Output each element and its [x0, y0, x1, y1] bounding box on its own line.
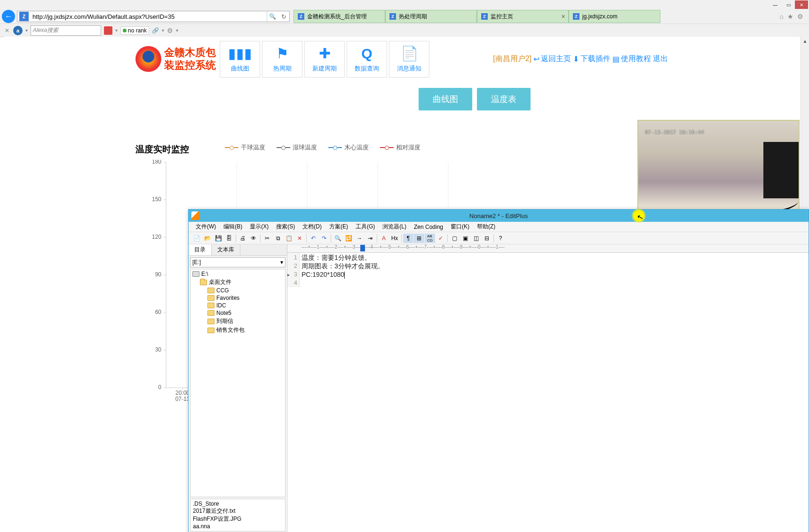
- menu-zen[interactable]: Zen Coding: [411, 223, 446, 231]
- copy-icon[interactable]: ⧉: [273, 234, 283, 243]
- maximize-button[interactable]: ▭: [782, 0, 795, 9]
- tree-item[interactable]: Note5: [191, 309, 284, 317]
- highlight-icon[interactable]: Hx: [389, 234, 400, 243]
- window3-icon[interactable]: ◫: [471, 234, 481, 243]
- print-icon[interactable]: 🖨: [238, 234, 248, 243]
- menu-document[interactable]: 文档(D): [299, 222, 325, 232]
- tutorial-link[interactable]: ▤使用教程: [612, 54, 651, 64]
- editor-pane[interactable]: ----+----1----+----2----+----3----+----4…: [287, 244, 809, 532]
- sidebar-tab-cliptext[interactable]: 文本库: [212, 244, 240, 255]
- browser-tab[interactable]: Zjg.jxdsjzx.com: [569, 10, 660, 23]
- minimize-button[interactable]: ―: [769, 0, 782, 9]
- legend-item[interactable]: 木心温度: [328, 143, 369, 152]
- alexa-search-input[interactable]: Alexa搜索: [31, 25, 101, 36]
- nav-data-query[interactable]: Q数据查询: [347, 41, 387, 78]
- window4-icon[interactable]: ⊟: [482, 234, 492, 243]
- menu-edit[interactable]: 编辑(B): [220, 222, 246, 232]
- file-item[interactable]: aa.nna: [192, 523, 284, 530]
- check-icon[interactable]: ✓: [436, 234, 446, 243]
- folder-icon: [207, 310, 214, 316]
- save-all-icon[interactable]: 🗄: [224, 234, 234, 243]
- menu-window[interactable]: 窗口(K): [447, 222, 473, 232]
- tree-item[interactable]: 到期信: [191, 317, 284, 326]
- address-bar[interactable]: Z 🔍 ↻: [17, 11, 290, 22]
- browser-tab[interactable]: Z金赣检测系统_后台管理: [293, 10, 385, 23]
- cut-icon[interactable]: ✂: [262, 234, 272, 243]
- link-icon[interactable]: 🔗: [152, 27, 159, 34]
- window1-icon[interactable]: ▢: [449, 234, 460, 243]
- wrap-icon[interactable]: ¶: [403, 234, 413, 243]
- font-icon[interactable]: A: [379, 234, 389, 243]
- view-tab-chart[interactable]: 曲线图: [419, 88, 472, 110]
- logout-link[interactable]: 退出: [653, 54, 668, 64]
- file-item[interactable]: FlashFXP设置.JPG: [192, 515, 284, 523]
- file-item[interactable]: .DS_Store: [192, 501, 284, 507]
- editplus-title-bar[interactable]: Noname2 * - EditPlus ↖: [189, 210, 809, 222]
- search-icon[interactable]: 🔍: [267, 11, 278, 22]
- ruler-icon[interactable]: ⊞: [414, 234, 424, 243]
- menu-browser[interactable]: 浏览器(L): [379, 222, 410, 232]
- refresh-icon[interactable]: ↻: [278, 13, 289, 20]
- download-link[interactable]: ⬇下载插件: [573, 54, 611, 64]
- scroll-up-icon[interactable]: ▲: [801, 37, 809, 45]
- home-icon[interactable]: ⌂: [780, 13, 784, 20]
- menu-file[interactable]: 文件(W): [192, 222, 219, 232]
- tree-item[interactable]: 销售文件包: [191, 326, 284, 335]
- delete-icon[interactable]: ✕: [294, 234, 305, 243]
- close-bar-icon[interactable]: ✕: [4, 27, 10, 34]
- help-icon[interactable]: ?: [495, 234, 506, 243]
- tree-item[interactable]: 桌面文件: [191, 278, 284, 287]
- preview-icon[interactable]: 👁: [248, 234, 259, 243]
- find-icon[interactable]: 🔍: [333, 234, 343, 243]
- toolbar-gear-icon[interactable]: ⚙: [167, 27, 173, 34]
- format-icon[interactable]: ABCD: [425, 234, 435, 243]
- menu-tools[interactable]: 工具(G): [352, 222, 378, 232]
- favorites-icon[interactable]: ★: [787, 13, 793, 20]
- tree-item[interactable]: CCG: [191, 287, 284, 294]
- undo-icon[interactable]: ↶: [308, 234, 318, 243]
- rank-indicator[interactable]: no rank: [120, 26, 149, 35]
- folder-tree[interactable]: E:\ 桌面文件 CCG Favorites IDC Note5 到期信 销售文…: [190, 269, 286, 497]
- tab-close-icon[interactable]: ✕: [561, 14, 565, 20]
- browser-tab[interactable]: Z热处理周期: [385, 10, 477, 23]
- nav-chart[interactable]: ▮▮▮曲线图: [220, 41, 260, 78]
- tree-item[interactable]: E:\: [191, 270, 284, 278]
- indent-icon[interactable]: ⇥: [365, 234, 375, 243]
- browser-tab[interactable]: Z监控主页✕: [477, 10, 569, 23]
- save-icon[interactable]: 💾: [213, 234, 223, 243]
- legend-item[interactable]: 湿球温度: [277, 143, 317, 152]
- menu-project[interactable]: 方案(E): [326, 222, 351, 232]
- file-list[interactable]: .DS_Store 2017最近交付.txt FlashFXP设置.JPG aa…: [190, 499, 286, 532]
- goto-icon[interactable]: →: [354, 234, 365, 243]
- redo-icon[interactable]: ↷: [319, 234, 329, 243]
- legend-item[interactable]: 干球温度: [225, 143, 265, 152]
- back-button[interactable]: ←: [2, 10, 15, 23]
- menu-view[interactable]: 显示(X): [246, 222, 272, 232]
- drive-selector[interactable]: [E:]▾: [190, 257, 286, 267]
- legend-item[interactable]: 相对湿度: [380, 143, 420, 152]
- legend-label: 干球温度: [241, 143, 265, 152]
- menu-help[interactable]: 帮助(Z): [474, 222, 499, 232]
- paste-icon[interactable]: 📋: [284, 234, 294, 243]
- tree-item[interactable]: IDC: [191, 302, 284, 309]
- tree-item[interactable]: Favorites: [191, 294, 284, 302]
- window2-icon[interactable]: ▣: [460, 234, 470, 243]
- editor-text[interactable]: 温度：需要1分钟反馈。周期图表：3分钟才会展现。PC:1920*1080: [300, 253, 386, 287]
- sidebar-tab-directory[interactable]: 目录: [189, 244, 212, 255]
- alexa-icon[interactable]: a: [13, 26, 23, 35]
- replace-icon[interactable]: 🔁: [343, 234, 354, 243]
- url-input[interactable]: [31, 13, 267, 20]
- menu-search[interactable]: 搜索(S): [273, 222, 298, 232]
- editplus-title: Noname2 * - EditPlus: [469, 212, 528, 219]
- gear-icon[interactable]: ⚙: [797, 13, 803, 20]
- file-item[interactable]: 2017最近交付.txt: [192, 507, 284, 515]
- new-file-icon[interactable]: 📄: [191, 234, 202, 243]
- nav-new-cycle[interactable]: ✚新建周期: [304, 41, 345, 78]
- close-button[interactable]: ✕: [795, 0, 808, 9]
- nav-notifications[interactable]: 📄消息通知: [389, 41, 429, 78]
- home-link[interactable]: ↩返回主页: [533, 54, 571, 64]
- nav-heat-cycle[interactable]: ⚑热周期: [262, 41, 302, 78]
- view-tab-table[interactable]: 温度表: [477, 88, 531, 110]
- open-file-icon[interactable]: 📂: [202, 234, 213, 243]
- alexa-badge-icon[interactable]: [104, 26, 112, 35]
